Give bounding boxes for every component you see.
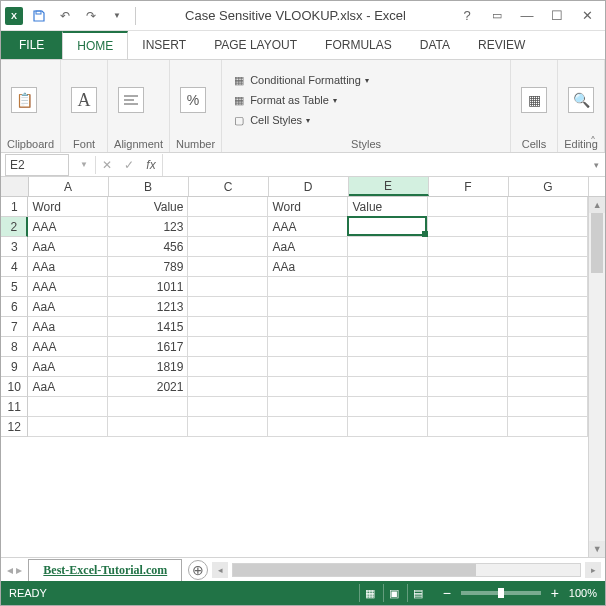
cell-D7[interactable] (268, 317, 348, 337)
zoom-out-button[interactable]: − (439, 585, 455, 601)
column-header-F[interactable]: F (429, 177, 509, 196)
cell-D1[interactable]: Word (268, 197, 348, 217)
column-header-G[interactable]: G (509, 177, 589, 196)
cell-F4[interactable] (428, 257, 508, 277)
cell-G4[interactable] (508, 257, 588, 277)
cell-B11[interactable] (108, 397, 188, 417)
alignment-button[interactable] (114, 85, 148, 115)
cell-F5[interactable] (428, 277, 508, 297)
cell-G9[interactable] (508, 357, 588, 377)
cell-D9[interactable] (268, 357, 348, 377)
maximize-button[interactable]: ☐ (543, 6, 571, 26)
new-sheet-button[interactable]: ⊕ (188, 560, 208, 580)
cell-C10[interactable] (188, 377, 268, 397)
ribbon-options-button[interactable]: ▭ (483, 6, 511, 26)
normal-view-button[interactable]: ▦ (359, 584, 381, 602)
column-header-A[interactable]: A (29, 177, 109, 196)
undo-button[interactable]: ↶ (55, 6, 75, 26)
column-header-D[interactable]: D (269, 177, 349, 196)
cell-D12[interactable] (268, 417, 348, 437)
row-header-5[interactable]: 5 (1, 277, 28, 297)
cell-E5[interactable] (348, 277, 428, 297)
save-button[interactable] (29, 6, 49, 26)
minimize-button[interactable]: — (513, 6, 541, 26)
cell-G8[interactable] (508, 337, 588, 357)
tab-file[interactable]: FILE (1, 31, 62, 59)
cell-A7[interactable]: AAa (28, 317, 108, 337)
number-button[interactable]: % (176, 85, 210, 115)
enter-button[interactable]: ✓ (118, 154, 140, 176)
cell-A11[interactable] (28, 397, 108, 417)
cell-C12[interactable] (188, 417, 268, 437)
cell-B8[interactable]: 1617 (108, 337, 188, 357)
cell-D11[interactable] (268, 397, 348, 417)
cell-E8[interactable] (348, 337, 428, 357)
zoom-slider-track[interactable] (461, 591, 541, 595)
cells-area[interactable]: WordValueWordValueAAA123AAAAaA456AaAAAa7… (28, 197, 588, 557)
cell-F10[interactable] (428, 377, 508, 397)
scroll-right-button[interactable]: ▸ (585, 562, 601, 578)
row-header-11[interactable]: 11 (1, 397, 28, 417)
row-header-7[interactable]: 7 (1, 317, 28, 337)
cell-E2[interactable] (348, 217, 428, 237)
tab-page-layout[interactable]: PAGE LAYOUT (200, 31, 311, 59)
column-header-E[interactable]: E (349, 177, 429, 196)
vertical-scrollbar[interactable]: ▲ ▼ (588, 197, 605, 557)
cell-A5[interactable]: AAA (28, 277, 108, 297)
row-header-6[interactable]: 6 (1, 297, 28, 317)
tab-formulas[interactable]: FORMULAS (311, 31, 406, 59)
cell-E7[interactable] (348, 317, 428, 337)
close-button[interactable]: ✕ (573, 6, 601, 26)
cell-G1[interactable] (508, 197, 588, 217)
cell-E12[interactable] (348, 417, 428, 437)
cell-F9[interactable] (428, 357, 508, 377)
cell-F11[interactable] (428, 397, 508, 417)
cell-A1[interactable]: Word (28, 197, 108, 217)
cell-B9[interactable]: 1819 (108, 357, 188, 377)
cell-styles-button[interactable]: ▢ Cell Styles ▾ (228, 111, 373, 129)
cell-D4[interactable]: AAa (268, 257, 348, 277)
row-header-4[interactable]: 4 (1, 257, 28, 277)
tab-home[interactable]: HOME (62, 31, 128, 59)
cell-C6[interactable] (188, 297, 268, 317)
name-box[interactable]: E2 (5, 154, 69, 176)
cell-F3[interactable] (428, 237, 508, 257)
zoom-in-button[interactable]: + (547, 585, 563, 601)
scroll-left-button[interactable]: ◂ (212, 562, 228, 578)
cell-E11[interactable] (348, 397, 428, 417)
cell-E4[interactable] (348, 257, 428, 277)
tab-insert[interactable]: INSERT (128, 31, 200, 59)
cell-B1[interactable]: Value (108, 197, 188, 217)
row-header-2[interactable]: 2 (1, 217, 28, 237)
cell-B2[interactable]: 123 (108, 217, 188, 237)
horizontal-scrollbar[interactable]: ◂ ▸ (208, 562, 605, 578)
cell-F2[interactable] (428, 217, 508, 237)
cell-F12[interactable] (428, 417, 508, 437)
insert-function-button[interactable]: fx (140, 154, 162, 176)
cell-C8[interactable] (188, 337, 268, 357)
qat-dropdown[interactable]: ▼ (107, 6, 127, 26)
row-header-8[interactable]: 8 (1, 337, 28, 357)
conditional-formatting-button[interactable]: ▦ Conditional Formatting ▾ (228, 71, 373, 89)
paste-button[interactable]: 📋 (7, 85, 41, 115)
cell-C11[interactable] (188, 397, 268, 417)
scroll-down-button[interactable]: ▼ (589, 541, 605, 557)
cell-E3[interactable] (348, 237, 428, 257)
cell-A9[interactable]: AaA (28, 357, 108, 377)
cell-E1[interactable]: Value (348, 197, 428, 217)
cell-G3[interactable] (508, 237, 588, 257)
formula-input[interactable] (162, 154, 587, 176)
cell-A6[interactable]: AaA (28, 297, 108, 317)
cell-E10[interactable] (348, 377, 428, 397)
row-header-3[interactable]: 3 (1, 237, 28, 257)
collapse-ribbon-button[interactable]: ˄ (585, 134, 601, 150)
expand-formula-bar-button[interactable]: ▾ (587, 160, 605, 170)
cell-B3[interactable]: 456 (108, 237, 188, 257)
cell-D2[interactable]: AAA (268, 217, 348, 237)
cell-B12[interactable] (108, 417, 188, 437)
hscroll-thumb[interactable] (233, 564, 476, 576)
cell-G5[interactable] (508, 277, 588, 297)
redo-button[interactable]: ↷ (81, 6, 101, 26)
cell-C4[interactable] (188, 257, 268, 277)
help-button[interactable]: ? (453, 6, 481, 26)
